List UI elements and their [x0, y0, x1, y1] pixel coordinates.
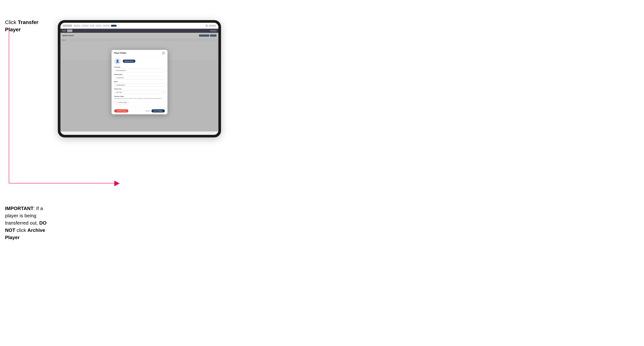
- transfer-section: Transfer Player If this player has moved…: [114, 96, 165, 104]
- nav-item-schedule[interactable]: [96, 25, 102, 27]
- archive-player-button[interactable]: ↑ Archive Player: [114, 109, 128, 113]
- nav-item-interclub[interactable]: [103, 25, 110, 27]
- transfer-section-title: Transfer Player: [114, 96, 165, 97]
- modal-close-button[interactable]: ✕: [162, 52, 165, 54]
- display-name-group: Display Name: [114, 74, 165, 80]
- modal-header: Player Details ✕: [112, 50, 168, 56]
- app-bar-right: [205, 24, 216, 27]
- cancel-button[interactable]: Cancel: [146, 110, 150, 112]
- tablet-screen: Update Roster Team Player Details: [60, 23, 218, 135]
- nav-item-tournaments[interactable]: [82, 25, 89, 27]
- full-name-label: Full Name: [114, 66, 165, 68]
- app-nav: [74, 25, 204, 27]
- full-name-input[interactable]: [114, 69, 165, 72]
- user-avatar: [205, 24, 208, 27]
- upload-photo-button[interactable]: Upload Photo: [123, 60, 136, 63]
- player-details-modal: Player Details ✕ 👤 Upload Photo: [112, 50, 168, 114]
- full-name-group: Full Name: [114, 66, 165, 72]
- user-icon: 👤: [116, 59, 119, 63]
- sub-nav-item-active[interactable]: [67, 29, 72, 32]
- annotation-arrow: [114, 181, 120, 186]
- instruction-area: Click Transfer Player: [5, 19, 56, 33]
- school-year-group: School Year Sixth Year ▾: [114, 88, 165, 94]
- app-bar-action-btn[interactable]: [209, 25, 216, 27]
- transfer-section-description: If this player has moved to another scho…: [114, 98, 165, 99]
- modal-title: Player Details: [114, 52, 126, 54]
- sub-nav: [60, 29, 218, 33]
- sub-nav-right-info: [210, 30, 216, 31]
- click-instruction: Click Transfer Player: [5, 19, 56, 33]
- sub-nav-item-all[interactable]: [62, 30, 66, 31]
- display-name-label: Display Name: [114, 74, 165, 75]
- modal-overlay: Player Details ✕ 👤 Upload Photo: [60, 33, 218, 132]
- transfer-icon: ↻: [116, 102, 118, 103]
- photo-upload-row: 👤 Upload Photo: [114, 58, 165, 65]
- archive-icon: ↑: [116, 110, 117, 112]
- save-changes-button[interactable]: Save Changes: [152, 109, 165, 113]
- transfer-player-label: Transfer Player: [118, 102, 127, 103]
- school-year-select-wrapper: Sixth Year ▾: [114, 90, 165, 94]
- archive-player-label: Archive Player: [117, 110, 126, 112]
- modal-footer: ↑ Archive Player Cancel Save Changes: [112, 108, 168, 114]
- email-label: Email: [114, 81, 165, 82]
- nav-item-teams[interactable]: [90, 25, 94, 27]
- important-note: IMPORTANT: If a player is being transfer…: [5, 205, 56, 241]
- important-label: IMPORTANT: [5, 206, 34, 211]
- modal-body: 👤 Upload Photo Full Name Display Name: [112, 56, 168, 108]
- transfer-player-button[interactable]: ↻ Transfer Player: [114, 101, 129, 104]
- display-name-input[interactable]: [114, 76, 165, 80]
- avatar: 👤: [114, 58, 121, 65]
- nav-item-roster-active[interactable]: [111, 25, 116, 27]
- close-icon: ✕: [163, 52, 164, 54]
- content-area: Update Roster Team Player Details: [60, 33, 218, 132]
- email-group: Email: [114, 81, 165, 87]
- school-year-label: School Year: [114, 88, 165, 90]
- app-bar: [60, 23, 218, 29]
- tablet-frame: Update Roster Team Player Details: [58, 20, 221, 138]
- app-logo: [63, 24, 72, 27]
- email-input[interactable]: [114, 83, 165, 87]
- school-year-select[interactable]: Sixth Year: [114, 91, 165, 94]
- annotation-line-horizontal: [9, 183, 119, 183]
- annotation-line-vertical: [9, 29, 9, 183]
- nav-item-dashboard[interactable]: [74, 25, 80, 27]
